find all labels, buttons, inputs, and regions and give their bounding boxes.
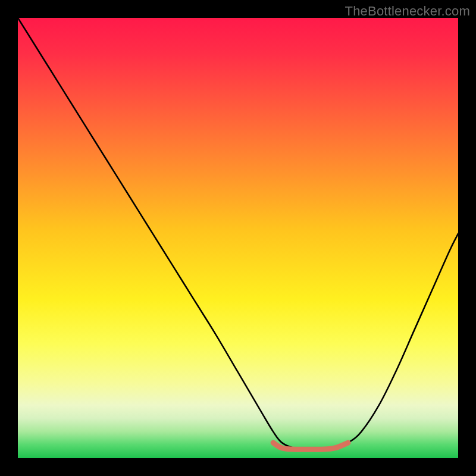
chart-frame: TheBottlenecker.com: [0, 0, 476, 476]
watermark-text: TheBottlenecker.com: [345, 4, 470, 19]
chart-svg: [18, 18, 458, 458]
bottleneck-curve-path: [18, 18, 458, 449]
